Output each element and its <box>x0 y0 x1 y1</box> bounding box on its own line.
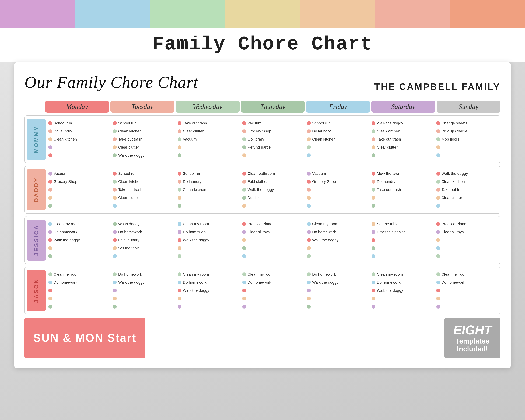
templates-label: Templates <box>456 337 490 345</box>
chore-item: School run <box>48 120 109 127</box>
color-bar-segment <box>300 0 375 28</box>
chore-item: Take out trash <box>372 186 433 193</box>
chore-text: Set the table <box>377 222 398 226</box>
chore-dot <box>178 305 181 308</box>
person-row-daddy: DADDYVacuumGrocery ShopSchool runClean k… <box>25 166 500 214</box>
chore-dot <box>48 305 52 308</box>
day-cell-daddy-friday: VacuumGrocery Shop <box>306 169 369 210</box>
chore-dot <box>307 180 311 184</box>
chore-item: Fold clothes <box>242 178 303 185</box>
chore-item: Mow the lawn <box>372 170 433 177</box>
chore-item: Dusting <box>242 194 303 201</box>
chore-item <box>307 144 368 151</box>
chore-dot <box>242 289 246 292</box>
chore-dot <box>242 121 246 125</box>
chore-item <box>307 287 368 294</box>
day-cell-jason-monday: Clean my roomDo homework <box>47 270 110 311</box>
chore-text: Take out trash <box>118 137 142 141</box>
chore-item: Clean my room <box>178 220 239 228</box>
chore-dot <box>48 188 52 192</box>
eight-label: EIGHT <box>453 323 492 337</box>
chore-dot <box>436 172 440 176</box>
day-cell-jessica-saturday: Set the tablePractice Spanish <box>370 220 434 261</box>
person-label-jason: JASON <box>33 278 39 303</box>
chore-text: Do homework <box>312 272 336 277</box>
chore-text: Fold laundry <box>118 238 139 242</box>
chore-dot <box>372 153 375 157</box>
chore-item: School run <box>307 120 368 127</box>
chore-dot <box>178 137 181 141</box>
chore-item <box>48 252 109 260</box>
sun-mon-label: SUN & MON Start <box>33 331 137 344</box>
chore-dot <box>113 172 117 176</box>
chore-dot <box>113 188 117 192</box>
chore-dot <box>372 145 375 149</box>
chore-dot <box>242 204 246 208</box>
chore-item <box>372 202 433 209</box>
chore-item: Vacuum <box>48 170 109 177</box>
color-bar-segment <box>75 0 150 28</box>
chore-item <box>242 303 303 310</box>
chore-text: Grocery Shop <box>54 179 77 184</box>
day-cell-jason-sunday: Clean my roomDo homework <box>435 270 498 311</box>
chore-text: Clean my room <box>377 272 403 277</box>
day-header-thursday: Thursday <box>241 101 305 112</box>
chore-dot <box>113 230 117 234</box>
chore-dot <box>242 238 246 242</box>
chore-dot <box>242 305 246 308</box>
chore-dot <box>48 145 52 149</box>
chore-item: School run <box>113 120 174 127</box>
chore-text: Walk the doggy <box>183 288 209 293</box>
chore-dot <box>113 129 117 133</box>
sun-mon-badge: SUN & MON Start <box>25 318 145 358</box>
chore-dot <box>178 222 181 226</box>
chore-dot <box>113 254 117 258</box>
person-label-jessica: JESSICA <box>33 224 39 256</box>
chore-dot <box>48 289 52 292</box>
chore-dot <box>178 180 181 184</box>
chore-item: Do homework <box>307 271 368 278</box>
chore-text: Take out trash <box>441 187 466 192</box>
chore-item: Do laundry <box>372 178 433 185</box>
chore-text: Do homework <box>441 280 465 285</box>
chore-dot <box>113 246 117 250</box>
chore-dot <box>178 129 181 133</box>
chore-dot <box>178 145 181 149</box>
eight-templates-badge: EIGHT Templates Included! <box>444 318 500 358</box>
chore-text: School run <box>118 121 137 125</box>
chore-item <box>307 202 368 209</box>
chore-item <box>372 236 433 244</box>
chore-dot <box>242 246 246 250</box>
chore-item <box>436 202 497 209</box>
chore-item <box>372 244 433 252</box>
chore-dot <box>242 153 246 157</box>
chore-text: Clean kitchen <box>118 129 141 133</box>
chore-dot <box>372 272 375 276</box>
chore-dot <box>178 297 181 300</box>
chore-text: Grocery Shop <box>312 179 336 184</box>
chore-item: Clear clutter <box>113 194 174 201</box>
chore-text: Clean my room <box>54 222 80 226</box>
chore-item: Take out trash <box>113 186 174 193</box>
day-cell-jason-thursday: Clean my roomDo homework <box>241 270 304 311</box>
day-cell-jason-saturday: Clean my roomDo homeworkWalk the doggy <box>370 270 434 311</box>
chore-dot <box>372 204 375 208</box>
chore-text: School run <box>118 171 137 176</box>
day-header-friday: Friday <box>306 101 370 112</box>
chore-item: Pick up Charlie <box>436 128 497 135</box>
chore-dot <box>372 180 375 184</box>
chore-item <box>48 287 109 294</box>
chore-text: Fold clothes <box>247 179 268 184</box>
chore-item: Clean kitchen <box>307 136 368 143</box>
chore-text: Vacuum <box>183 137 197 141</box>
chore-dot <box>242 180 246 184</box>
day-cell-mommy-monday: School runDo laundryClean kitchen <box>47 119 110 160</box>
chore-item: Do homework <box>48 279 109 286</box>
chore-item: Clean bathroom <box>242 170 303 177</box>
chore-text: Do homework <box>54 230 77 234</box>
chore-item <box>436 295 497 302</box>
chore-item <box>436 287 497 294</box>
chore-text: Clear clutter <box>183 129 204 133</box>
chore-dot <box>372 238 375 242</box>
person-row-jason: JASONClean my roomDo homeworkDo homework… <box>25 267 500 315</box>
